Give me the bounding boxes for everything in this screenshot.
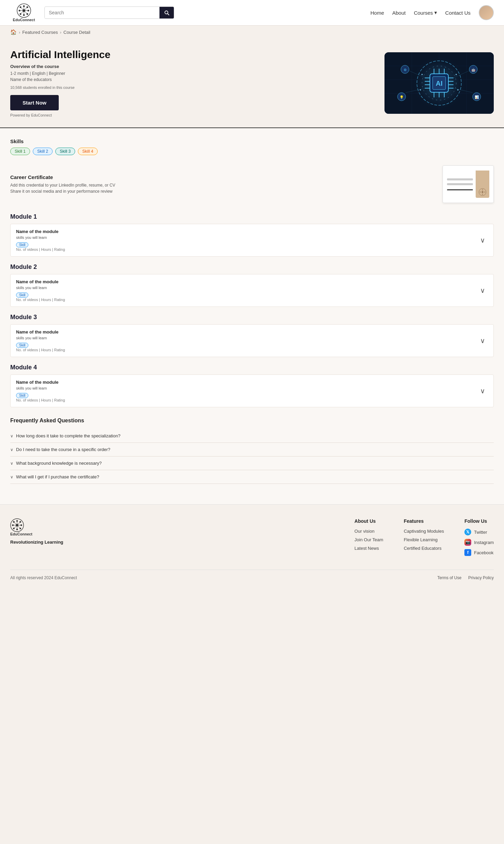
footer-instagram-link[interactable]: 📷 Instagram bbox=[464, 539, 494, 546]
certificate-card bbox=[443, 165, 494, 203]
svg-line-17 bbox=[20, 11, 24, 14]
course-title: Artificial Intelligence bbox=[10, 49, 371, 60]
svg-line-15 bbox=[24, 11, 27, 14]
footer-latest-news[interactable]: Latest News bbox=[354, 546, 383, 551]
certificate-desc-1: Add this credential to your LinkedIn pro… bbox=[10, 182, 436, 188]
navbar: EduConnect Home About Courses ▾ Contact … bbox=[0, 0, 504, 26]
module-1-content: Name of the module skills you will learn… bbox=[16, 229, 477, 251]
course-image: AI ⚙ 🤖 💡 📊 bbox=[384, 52, 494, 114]
avatar[interactable] bbox=[479, 5, 494, 20]
ai-illustration: AI ⚙ 🤖 💡 📊 bbox=[384, 52, 494, 114]
faq-item-2[interactable]: ∨ Do I need to take the course in a spec… bbox=[10, 443, 494, 457]
module-3-title: Module 3 bbox=[10, 314, 494, 321]
module-4-content: Name of the module skills you will learn… bbox=[16, 380, 477, 402]
module-4-expand-icon[interactable]: ∨ bbox=[477, 385, 488, 396]
footer-features-title: Features bbox=[404, 518, 444, 524]
faq-item-4[interactable]: ∨ What will I get if I purchase the cert… bbox=[10, 470, 494, 484]
start-now-button[interactable]: Start Now bbox=[10, 95, 59, 110]
footer: EduConnect Revolutionizing Learning Abou… bbox=[0, 504, 504, 587]
footer-about-col: About Us Our vision Join Our Team Latest… bbox=[354, 518, 383, 559]
module-3-meta: No. of videos | Hours | Rating bbox=[16, 348, 477, 352]
faq-item-3[interactable]: ∨ What background knowledge is necessary… bbox=[10, 457, 494, 470]
module-2-name: Name of the module bbox=[16, 279, 477, 284]
privacy-policy[interactable]: Privacy Policy bbox=[468, 575, 494, 580]
skill-tag-4: Skill 4 bbox=[78, 148, 98, 155]
faq-item-1[interactable]: ∨ How long does it take to complete the … bbox=[10, 429, 494, 443]
svg-point-58 bbox=[456, 74, 457, 75]
svg-point-59 bbox=[420, 89, 421, 91]
footer-tagline: Revolutionizing Learning bbox=[10, 540, 65, 545]
copyright: All rights reserved 2024 EduConnect bbox=[10, 575, 77, 580]
footer-columns: About Us Our vision Join Our Team Latest… bbox=[79, 518, 494, 559]
module-1-section: Module 1 Name of the module skills you w… bbox=[10, 213, 494, 257]
module-3-section: Module 3 Name of the module skills you w… bbox=[10, 314, 494, 357]
skill-tag-1: Skill 1 bbox=[10, 148, 30, 155]
footer-our-vision[interactable]: Our vision bbox=[354, 529, 383, 534]
footer-bottom: All rights reserved 2024 EduConnect Term… bbox=[10, 570, 494, 580]
svg-line-86 bbox=[17, 525, 20, 529]
footer-features-col: Features Captivating Modules Flexible Le… bbox=[404, 518, 444, 559]
skill-tags: Skill 1 Skill 2 Skill 3 Skill 4 bbox=[10, 148, 494, 155]
module-3-expand-icon[interactable]: ∨ bbox=[477, 335, 488, 346]
nav-home[interactable]: Home bbox=[370, 10, 384, 16]
module-2-meta: No. of videos | Hours | Rating bbox=[16, 298, 477, 302]
nav-courses[interactable]: Courses ▾ bbox=[414, 10, 437, 16]
footer-brand: EduConnect Revolutionizing Learning bbox=[10, 518, 65, 559]
module-3-skill-tag: Skill bbox=[16, 343, 28, 348]
footer-join-team[interactable]: Join Our Team bbox=[354, 537, 383, 542]
skills-title: Skills bbox=[10, 138, 494, 144]
module-1-name: Name of the module bbox=[16, 229, 477, 234]
faq-section: Frequently Asked Questions ∨ How long do… bbox=[10, 418, 494, 484]
certificate-title: Career Certificate bbox=[10, 174, 436, 180]
svg-line-16 bbox=[24, 7, 27, 11]
module-4-title: Module 4 bbox=[10, 364, 494, 371]
nav-contact[interactable]: Contact Us bbox=[445, 10, 471, 16]
footer-certified-educators[interactable]: Certified Educators bbox=[404, 546, 444, 551]
module-2-skill-tag: Skill bbox=[16, 292, 28, 298]
module-2-section: Module 2 Name of the module skills you w… bbox=[10, 263, 494, 307]
faq-question-1: ∨ How long does it take to complete the … bbox=[10, 433, 494, 438]
module-3-content: Name of the module skills you will learn… bbox=[16, 329, 477, 352]
module-2-title: Module 2 bbox=[10, 263, 494, 271]
hero-content: Artificial Intelligence Overview of the … bbox=[10, 49, 371, 117]
terms-of-use[interactable]: Terms of Use bbox=[437, 575, 462, 580]
svg-line-14 bbox=[20, 7, 24, 11]
module-4-skills-label: skills you will learn bbox=[16, 386, 477, 390]
course-meta: 1-2 month | English | Beginner bbox=[10, 71, 371, 76]
skill-tag-2: Skill 2 bbox=[33, 148, 53, 155]
module-2-expand-icon[interactable]: ∨ bbox=[477, 285, 488, 296]
logo[interactable]: EduConnect bbox=[10, 3, 38, 22]
footer-captivating-modules[interactable]: Captivating Modules bbox=[404, 529, 444, 534]
module-2-skills-label: skills you will learn bbox=[16, 286, 477, 290]
svg-line-85 bbox=[14, 522, 17, 525]
module-1-card: Name of the module skills you will learn… bbox=[10, 224, 494, 257]
nav-about[interactable]: About bbox=[392, 10, 406, 16]
faq-question-2: ∨ Do I need to take the course in a spec… bbox=[10, 447, 494, 452]
certificate-info: Career Certificate Add this credential t… bbox=[10, 174, 436, 194]
faq-question-4: ∨ What will I get if I purchase the cert… bbox=[10, 474, 494, 479]
cert-bottom-line bbox=[447, 189, 473, 190]
module-1-title: Module 1 bbox=[10, 213, 494, 220]
module-2-card: Name of the module skills you will learn… bbox=[10, 274, 494, 307]
footer-facebook-link[interactable]: f Facebook bbox=[464, 549, 494, 556]
search-input[interactable] bbox=[45, 7, 159, 18]
breadcrumb-featured[interactable]: Featured Courses bbox=[22, 30, 58, 35]
module-1-meta: No. of videos | Hours | Rating bbox=[16, 247, 477, 251]
svg-point-57 bbox=[421, 74, 423, 75]
module-4-name: Name of the module bbox=[16, 380, 477, 385]
main-content: Skills Skill 1 Skill 2 Skill 3 Skill 4 C… bbox=[0, 128, 504, 504]
svg-text:💡: 💡 bbox=[400, 95, 404, 99]
module-3-name: Name of the module bbox=[16, 329, 477, 335]
module-2-content: Name of the module skills you will learn… bbox=[16, 279, 477, 302]
footer-flexible-learning[interactable]: Flexible Learning bbox=[404, 537, 444, 542]
footer-logo: EduConnect bbox=[10, 518, 65, 536]
faq-arrow-3: ∨ bbox=[10, 461, 13, 466]
footer-twitter-link[interactable]: 𝕏 Twitter bbox=[464, 529, 494, 535]
module-4-skill-tag: Skill bbox=[16, 393, 28, 398]
module-1-skill-tag: Skill bbox=[16, 242, 28, 247]
module-1-expand-icon[interactable]: ∨ bbox=[477, 235, 488, 246]
search-bar bbox=[44, 6, 174, 19]
svg-line-88 bbox=[14, 525, 17, 529]
home-icon[interactable]: 🏠 bbox=[10, 29, 17, 35]
search-button[interactable] bbox=[159, 7, 174, 18]
